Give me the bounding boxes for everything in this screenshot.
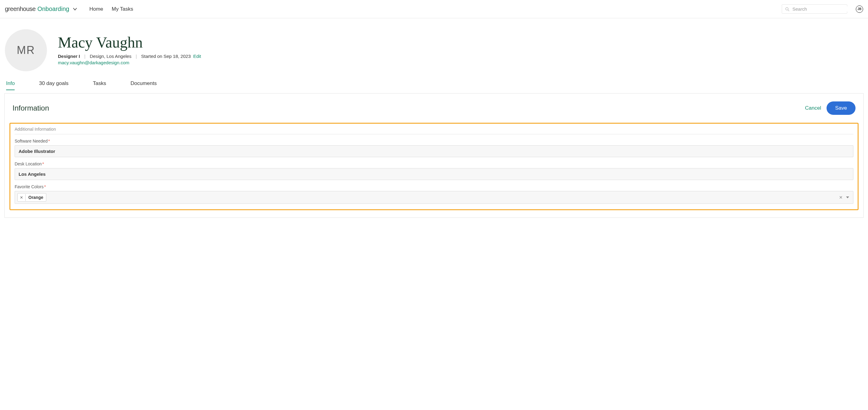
input-software-needed[interactable] [14,145,854,157]
tab-tasks[interactable]: Tasks [93,81,106,90]
input-desk-location[interactable] [14,168,854,180]
brand-greenhouse: greenhouse [5,5,36,12]
save-button[interactable]: Save [827,101,856,115]
profile-meta-line: Designer I | Design, Los Angeles | Start… [58,54,201,59]
required-indicator: * [44,184,46,189]
chevron-down-icon[interactable] [73,7,77,11]
tab-info[interactable]: Info [6,81,14,90]
tag-orange: ✕ Orange [18,193,46,202]
profile-header: MR Macy Vaughn Designer I | Design, Los … [0,18,868,74]
tab-30-day-goals[interactable]: 30 day goals [39,81,68,90]
tab-documents[interactable]: Documents [130,81,157,90]
section-title: Additional Information [14,127,854,134]
profile-dept-loc: Design, Los Angeles [90,54,131,59]
tag-remove-icon[interactable]: ✕ [18,194,26,201]
profile-avatar-initials: MR [17,44,35,57]
cancel-button[interactable]: Cancel [805,105,821,111]
information-panel: Information Cancel Save Additional Infor… [4,93,864,218]
clear-icon[interactable]: ✕ [839,195,843,200]
separator: | [84,54,86,59]
additional-info-section: Additional Information Software Needed* … [9,123,859,210]
edit-link[interactable]: Edit [193,54,201,59]
label-desk-location: Desk Location [14,161,42,166]
nav-my-tasks[interactable]: My Tasks [112,6,133,12]
profile-email[interactable]: macy.vaughn@darkagedesign.com [58,60,129,65]
label-favorite-colors: Favorite Colors [14,184,43,189]
topbar: greenhouse Onboarding Home My Tasks JB [0,0,868,18]
field-software-needed: Software Needed* [14,138,854,157]
search-box[interactable] [782,4,847,14]
panel-header: Information Cancel Save [9,100,859,115]
search-icon [785,7,789,11]
field-favorite-colors: Favorite Colors* ✕ Orange ✕ [14,184,854,204]
label-software-needed: Software Needed [14,138,48,144]
user-avatar[interactable]: JB [856,5,863,13]
profile-avatar: MR [5,29,47,71]
tag-label: Orange [26,193,46,201]
required-indicator: * [48,138,50,144]
nav-home[interactable]: Home [89,6,103,12]
search-input[interactable] [793,6,850,11]
profile-title: Designer I [58,54,80,59]
profile-meta: Macy Vaughn Designer I | Design, Los Ang… [58,29,201,65]
panel-title: Information [12,104,49,113]
brand[interactable]: greenhouse Onboarding [5,5,77,12]
profile-name: Macy Vaughn [58,33,201,51]
input-favorite-colors[interactable]: ✕ Orange ✕ [14,191,854,204]
nav-links: Home My Tasks [89,6,133,12]
required-indicator: * [42,161,44,166]
field-desk-location: Desk Location* [14,161,854,180]
chevron-down-icon[interactable] [846,195,849,199]
tabs: Info 30 day goals Tasks Documents [0,74,868,90]
tag-input-controls: ✕ [839,195,850,200]
brand-onboarding: Onboarding [37,5,69,12]
profile-started: Started on Sep 18, 2023 [141,54,191,59]
svg-line-1 [788,10,789,11]
separator: | [135,54,137,59]
user-initials: JB [858,7,862,11]
